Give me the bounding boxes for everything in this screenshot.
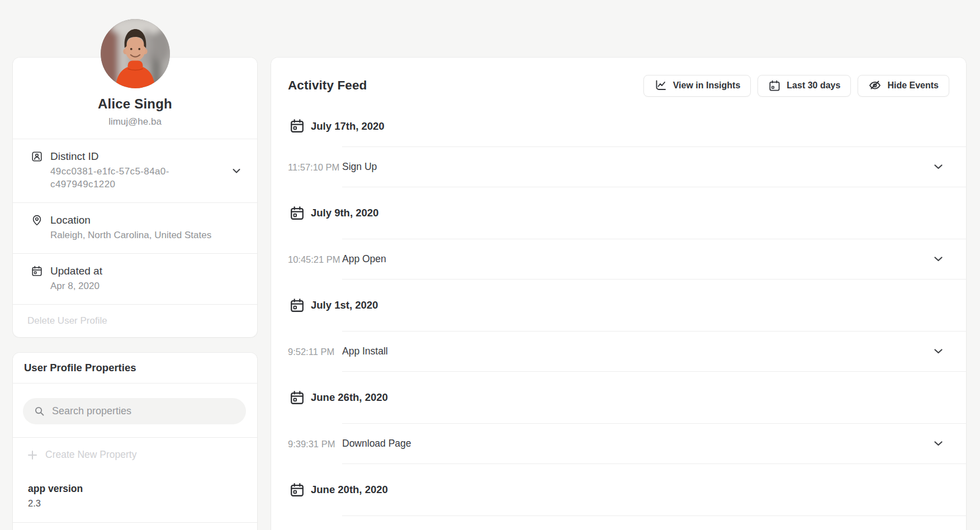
feed-date-header: July 17th, 2020 — [271, 106, 966, 146]
chevron-down-icon[interactable] — [233, 168, 240, 173]
event-time: 11:57:10 PM — [288, 162, 339, 172]
field-row-location: Location Raleigh, North Carolina, United… — [13, 202, 257, 253]
chevron-down-icon[interactable] — [934, 441, 943, 446]
feed-date-header: June 20th, 2020 — [271, 464, 966, 515]
calendar-icon — [289, 390, 305, 406]
distinct-id-value: 49cc0381-e1fc-57c5-84a0-c497949c1220 — [50, 165, 183, 191]
feed-date-label: June 20th, 2020 — [311, 484, 388, 496]
event-name: App Open — [342, 253, 386, 265]
id-badge-icon — [31, 150, 43, 163]
button-label: View in Insights — [673, 81, 741, 91]
event-row[interactable] — [342, 515, 966, 530]
chevron-down-icon[interactable] — [934, 349, 943, 354]
chevron-down-icon[interactable] — [934, 164, 943, 169]
create-new-property-button[interactable]: Create New Property — [13, 438, 257, 472]
create-new-property-label: Create New Property — [45, 449, 136, 461]
hide-events-button[interactable]: Hide Events — [858, 75, 949, 97]
event-row[interactable]: 11:57:10 PM Sign Up — [342, 146, 966, 187]
calendar-icon — [289, 297, 305, 314]
profile-email: limuj@he.ba — [13, 116, 257, 139]
field-label: Location — [50, 214, 91, 226]
event-row[interactable]: 10:45:21 PM App Open — [342, 239, 966, 280]
property-name: app version — [28, 483, 246, 495]
delete-user-profile-button[interactable]: Delete User Profile — [13, 304, 257, 337]
search-box[interactable] — [23, 398, 246, 424]
user-profile-page: Alice Singh limuj@he.ba Distinct ID 49cc… — [0, 0, 980, 530]
feed-group: June 26th, 2020 9:39:31 PM Download Page — [271, 372, 966, 464]
feed-group: July 9th, 2020 10:45:21 PM App Open — [271, 187, 966, 280]
feed-date-header: July 9th, 2020 — [271, 187, 966, 239]
chevron-down-icon[interactable] — [934, 257, 943, 262]
event-name: Sign Up — [342, 161, 377, 173]
profile-name: Alice Singh — [13, 96, 257, 112]
avatar-photo — [101, 19, 170, 88]
feed-group: June 20th, 2020 — [271, 464, 966, 530]
event-row[interactable]: 9:52:11 PM App Install — [342, 331, 966, 372]
feed-date-label: July 9th, 2020 — [311, 207, 378, 219]
feed-group: July 17th, 2020 11:57:10 PM Sign Up — [271, 106, 966, 187]
feed-date-label: June 26th, 2020 — [311, 391, 388, 404]
field-row-distinct-id: Distinct ID 49cc0381-e1fc-57c5-84a0-c497… — [13, 139, 257, 202]
location-pin-icon — [31, 214, 43, 226]
date-range-button[interactable]: Last 30 days — [758, 75, 851, 97]
event-time: 10:45:21 PM — [288, 254, 340, 264]
plus-icon — [27, 450, 37, 460]
eye-off-icon — [868, 79, 882, 92]
event-time: 9:39:31 PM — [288, 438, 335, 449]
activity-feed-actions: View in Insights Last 30 days — [643, 75, 949, 97]
event-name: App Install — [342, 346, 388, 357]
calendar-icon — [289, 482, 305, 498]
location-value: Raleigh, North Carolina, United States — [50, 229, 240, 242]
button-label: Hide Events — [887, 81, 939, 91]
properties-title: User Profile Properties — [13, 353, 257, 384]
profile-sidebar: Alice Singh limuj@he.ba Distinct ID 49cc… — [13, 58, 257, 530]
calendar-icon — [289, 205, 305, 221]
feed-date-header: June 26th, 2020 — [271, 372, 966, 423]
line-chart-icon — [654, 79, 667, 92]
activity-feed-list: July 17th, 2020 11:57:10 PM Sign Up — [271, 106, 966, 530]
event-time: 9:52:11 PM — [288, 346, 334, 357]
properties-search-section — [13, 384, 257, 438]
calendar-icon — [289, 118, 305, 134]
view-in-insights-button[interactable]: View in Insights — [643, 75, 751, 97]
button-label: Last 30 days — [787, 81, 840, 91]
user-profile-properties-card: User Profile Properties — [13, 353, 257, 530]
field-label: Distinct ID — [50, 150, 99, 163]
feed-group: July 1st, 2020 9:52:11 PM App Install — [271, 280, 966, 372]
search-icon — [34, 405, 45, 417]
calendar-icon — [768, 79, 781, 92]
property-item[interactable]: app version 2.3 — [13, 472, 257, 523]
feed-date-label: July 17th, 2020 — [311, 120, 385, 132]
activity-feed-title: Activity Feed — [288, 78, 367, 93]
field-label: Updated at — [50, 265, 102, 277]
event-row[interactable]: 9:39:31 PM Download Page — [342, 423, 966, 464]
updated-at-value: Apr 8, 2020 — [50, 280, 240, 292]
profile-card: Alice Singh limuj@he.ba Distinct ID 49cc… — [13, 58, 257, 337]
calendar-icon — [31, 265, 43, 277]
field-row-updated-at: Updated at Apr 8, 2020 — [13, 253, 257, 304]
feed-date-header: July 1st, 2020 — [271, 280, 966, 331]
avatar — [101, 19, 170, 88]
activity-feed-card: Activity Feed View in Insights — [271, 58, 966, 530]
event-name: Download Page — [342, 438, 411, 449]
feed-date-label: July 1st, 2020 — [311, 299, 378, 311]
search-properties-input[interactable] — [52, 405, 237, 417]
property-value: 2.3 — [28, 498, 246, 509]
activity-feed-header: Activity Feed View in Insights — [288, 65, 949, 106]
